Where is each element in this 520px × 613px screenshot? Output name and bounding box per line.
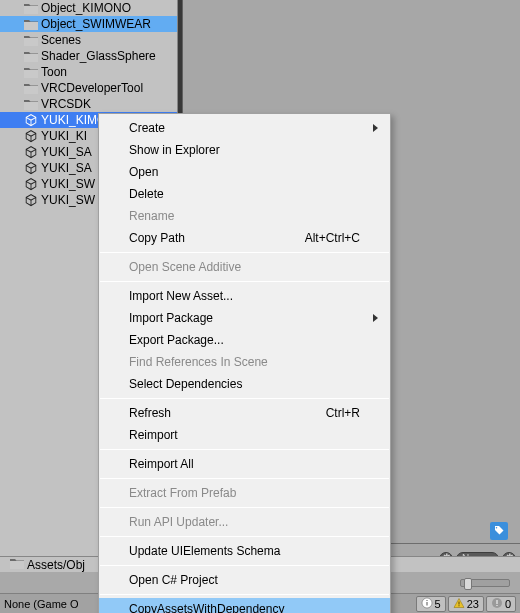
folder-icon <box>10 558 24 572</box>
menu-separator <box>100 565 389 566</box>
warn-icon <box>453 597 465 611</box>
menu-item[interactable]: Reimport All <box>99 453 390 475</box>
menu-item: Run API Updater... <box>99 511 390 533</box>
zoom-slider[interactable] <box>460 576 510 590</box>
menu-item[interactable]: Export Package... <box>99 329 390 351</box>
tree-item-label: Toon <box>41 64 67 80</box>
info-icon <box>421 597 433 611</box>
tree-item-label: VRCSDK <box>41 96 91 112</box>
folder-icon <box>24 34 38 46</box>
menu-item[interactable]: CopyAssetsWithDependency <box>99 598 390 613</box>
tree-item[interactable]: Shader_GlassSphere <box>0 48 177 64</box>
menu-item[interactable]: Show in Explorer <box>99 139 390 161</box>
menu-item[interactable]: Create <box>99 117 390 139</box>
folder-icon <box>24 2 38 14</box>
tree-item-label: YUKI_SW <box>41 192 95 208</box>
unity-scene-icon <box>24 130 38 142</box>
folder-icon <box>24 66 38 78</box>
menu-separator <box>100 449 389 450</box>
tree-item[interactable]: VRCSDK <box>0 96 177 112</box>
menu-item: Open Scene Additive <box>99 256 390 278</box>
menu-item[interactable]: Import Package <box>99 307 390 329</box>
menu-item[interactable]: Delete <box>99 183 390 205</box>
menu-separator <box>100 281 389 282</box>
menu-item[interactable]: Update UIElements Schema <box>99 540 390 562</box>
menu-separator <box>100 478 389 479</box>
status-pill-warn[interactable]: 23 <box>448 596 484 612</box>
tag-icon[interactable] <box>490 522 508 540</box>
tree-item-label: YUKI_SA <box>41 144 92 160</box>
tree-item-label: Shader_GlassSphere <box>41 48 156 64</box>
menu-shortcut: Alt+Ctrl+C <box>305 227 360 249</box>
menu-item[interactable]: Open <box>99 161 390 183</box>
menu-item: Extract From Prefab <box>99 482 390 504</box>
status-pills: 5230 <box>416 596 521 612</box>
status-count: 23 <box>467 598 479 610</box>
unity-scene-icon <box>24 114 38 126</box>
svg-rect-4 <box>458 605 459 606</box>
unity-scene-icon <box>24 146 38 158</box>
menu-item[interactable]: RefreshCtrl+R <box>99 402 390 424</box>
menu-item[interactable]: Import New Asset... <box>99 285 390 307</box>
tree-item[interactable]: Toon <box>0 64 177 80</box>
tree-item[interactable]: VRCDeveloperTool <box>0 80 177 96</box>
status-count: 0 <box>505 598 511 610</box>
tree-item[interactable]: Scenes <box>0 32 177 48</box>
folder-icon <box>24 50 38 62</box>
tree-item[interactable]: Object_SWIMWEAR <box>0 16 177 32</box>
menu-item[interactable]: Select Dependencies <box>99 373 390 395</box>
menu-separator <box>100 594 389 595</box>
menu-separator <box>100 536 389 537</box>
context-menu[interactable]: CreateShow in ExplorerOpenDeleteRenameCo… <box>98 113 391 613</box>
folder-icon <box>24 98 38 110</box>
unity-scene-icon <box>24 194 38 206</box>
tree-item-label: Object_KIMONO <box>41 0 131 16</box>
tree-item[interactable]: Object_KIMONO <box>0 0 177 16</box>
chevron-right-icon <box>373 314 378 322</box>
tree-item-label: YUKI_SA <box>41 160 92 176</box>
svg-rect-7 <box>496 605 497 606</box>
unity-scene-icon <box>24 162 38 174</box>
menu-item: Rename <box>99 205 390 227</box>
menu-separator <box>100 398 389 399</box>
tree-item-label: Object_SWIMWEAR <box>41 16 151 32</box>
unity-scene-icon <box>24 178 38 190</box>
svg-rect-1 <box>426 602 427 606</box>
err-icon <box>491 597 503 611</box>
tree-item-label: Scenes <box>41 32 81 48</box>
menu-separator <box>100 507 389 508</box>
tree-item-label: YUKI_SW <box>41 176 95 192</box>
folder-icon <box>24 82 38 94</box>
menu-separator <box>100 252 389 253</box>
menu-item: Find References In Scene <box>99 351 390 373</box>
menu-item[interactable]: Reimport <box>99 424 390 446</box>
menu-item[interactable]: Open C# Project <box>99 569 390 591</box>
menu-shortcut: Ctrl+R <box>326 402 360 424</box>
menu-item[interactable]: Copy PathAlt+Ctrl+C <box>99 227 390 249</box>
tree-item-label: YUKI_KI <box>41 128 87 144</box>
status-pill-err[interactable]: 0 <box>486 596 516 612</box>
svg-rect-3 <box>458 601 459 604</box>
tree-item-label: VRCDeveloperTool <box>41 80 143 96</box>
status-pill-info[interactable]: 5 <box>416 596 446 612</box>
breadcrumb-text: Assets/Obj <box>27 558 85 572</box>
svg-rect-2 <box>426 600 427 601</box>
chevron-right-icon <box>373 124 378 132</box>
status-count: 5 <box>435 598 441 610</box>
svg-rect-6 <box>496 600 497 604</box>
folder-icon <box>24 18 38 30</box>
